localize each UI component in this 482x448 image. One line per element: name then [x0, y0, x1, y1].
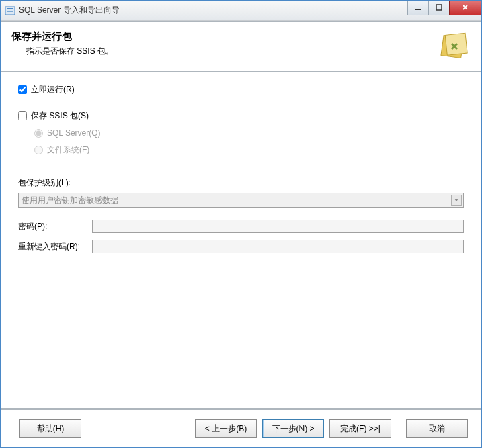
minimize-button[interactable]	[407, 1, 429, 15]
save-ssis-option[interactable]: 保存 SSIS 包(S)	[18, 110, 464, 122]
close-button[interactable]	[449, 1, 481, 15]
wizard-content: 立即运行(R) 保存 SSIS 包(S) SQL Server(Q) 文件系统(…	[1, 72, 481, 408]
password-input	[92, 220, 464, 233]
save-ssis-checkbox[interactable]	[18, 111, 27, 120]
filesystem-label: 文件系统(F)	[47, 144, 89, 156]
password-row: 密码(P):	[18, 220, 464, 233]
title-bar[interactable]: SQL Server 导入和导出向导	[1, 1, 481, 21]
page-title: 保存并运行包	[11, 30, 438, 43]
window-controls	[408, 1, 481, 15]
protection-level-combo: 使用用户密钥加密敏感数据	[18, 193, 464, 208]
window-title: SQL Server 导入和导出向导	[19, 5, 408, 16]
run-now-label: 立即运行(R)	[31, 84, 75, 95]
maximize-button[interactable]	[428, 1, 450, 15]
wizard-window: SQL Server 导入和导出向导 保存并运行包 指示是否保存 SSIS 包。…	[0, 0, 482, 448]
finish-button[interactable]: 完成(F) >>|	[329, 419, 391, 438]
run-now-checkbox[interactable]	[18, 85, 27, 94]
help-button[interactable]: 帮助(H)	[19, 419, 81, 438]
svg-rect-1	[7, 8, 13, 9]
back-button[interactable]: < 上一步(B)	[195, 419, 257, 438]
filesystem-radio	[34, 146, 43, 154]
confirm-password-label: 重新键入密码(R):	[18, 241, 92, 253]
run-now-option[interactable]: 立即运行(R)	[18, 84, 464, 95]
app-icon	[5, 5, 15, 16]
sqlserver-radio	[34, 129, 43, 138]
sqlserver-label: SQL Server(Q)	[47, 128, 101, 138]
cancel-button[interactable]: 取消	[406, 419, 468, 438]
filesystem-target-option: 文件系统(F)	[18, 144, 464, 156]
sqlserver-target-option: SQL Server(Q)	[18, 128, 464, 138]
password-label: 密码(P):	[18, 221, 92, 232]
confirm-password-row: 重新键入密码(R):	[18, 240, 464, 253]
protection-level-label: 包保护级别(L):	[18, 177, 464, 189]
save-ssis-label: 保存 SSIS 包(S)	[31, 110, 89, 122]
confirm-password-input	[92, 240, 464, 253]
svg-rect-2	[7, 11, 13, 12]
svg-rect-4	[436, 5, 442, 10]
wizard-icon	[438, 30, 471, 62]
page-subtitle: 指示是否保存 SSIS 包。	[11, 46, 438, 57]
chevron-down-icon	[451, 195, 462, 206]
next-button[interactable]: 下一步(N) >	[262, 419, 324, 438]
wizard-footer: 帮助(H) < 上一步(B) 下一步(N) > 完成(F) >>| 取消	[1, 408, 481, 447]
protection-level-value: 使用用户密钥加密敏感数据	[22, 195, 118, 206]
svg-rect-3	[415, 9, 421, 10]
wizard-header: 保存并运行包 指示是否保存 SSIS 包。	[1, 21, 481, 72]
